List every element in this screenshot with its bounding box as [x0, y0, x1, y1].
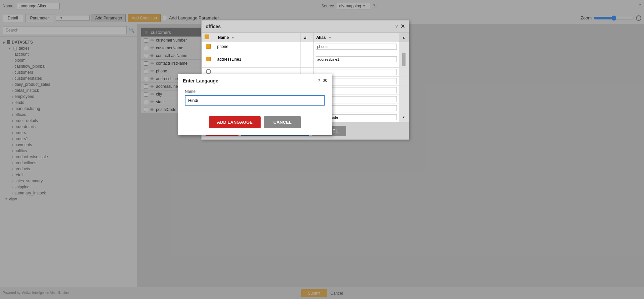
lang-name-label: Name — [185, 89, 325, 94]
header-checkbox-orange — [205, 35, 209, 39]
scroll-area-3 — [399, 68, 409, 77]
checkbox-addressLine1-orange[interactable] — [206, 57, 211, 61]
cell-checkbox-phone — [202, 42, 215, 51]
col-header-name: Name ▼ — [215, 33, 301, 42]
name-col-label: Name — [218, 35, 229, 40]
table-row-phone: phone — [202, 42, 409, 51]
scroll-area-8: ▼ — [399, 113, 409, 122]
scroll-area-6 — [399, 95, 409, 104]
table-row-addressLine1: addressLine1 — [202, 51, 409, 68]
offices-dialog-actions: ? ✕ — [395, 23, 405, 29]
offices-help-icon[interactable]: ? — [395, 24, 398, 29]
cell-alias-addressLine1 — [313, 51, 399, 68]
filter-icon: ⊿ — [303, 35, 307, 40]
col-header-scroll: ▲ — [399, 33, 409, 42]
alias-input-addressLine1[interactable] — [316, 56, 397, 62]
offices-dialog-title: offices — [206, 24, 221, 29]
lang-dialog-header: Enter Langauge ? ✕ — [178, 74, 332, 86]
name-sort-icon: ▼ — [231, 36, 235, 40]
cell-checkbox-addressLine1 — [202, 51, 215, 68]
offices-close-icon[interactable]: ✕ — [400, 23, 405, 29]
col-header-filter: ⊿ — [301, 33, 313, 42]
cell-filter-phone — [301, 42, 313, 51]
lang-dialog-actions: ? ✕ — [318, 77, 327, 84]
lang-dialog-cancel-btn[interactable]: CANCEL — [264, 116, 301, 128]
alias-col-label: Alias — [316, 35, 326, 40]
scroll-area-4 — [399, 77, 409, 86]
cell-alias-phone — [313, 42, 399, 51]
lang-dialog-footer: ADD LANGAUGE CANCEL — [178, 112, 332, 135]
scroll-thumb — [402, 53, 406, 66]
offices-dialog-titlebar: offices ? ✕ — [202, 20, 409, 33]
scroll-area-2 — [399, 51, 409, 68]
add-language-btn[interactable]: ADD LANGAUGE — [209, 116, 261, 128]
checkbox-phone-orange[interactable] — [206, 44, 211, 49]
scroll-down-btn[interactable]: ▼ — [401, 116, 407, 119]
col-header-checkbox — [202, 33, 215, 42]
col-header-alias: Alias ▼ — [313, 33, 399, 42]
scroll-up-btn[interactable]: ▲ — [399, 36, 409, 39]
lang-dialog-body: Name — [178, 86, 332, 112]
scroll-area-7 — [399, 104, 409, 113]
lang-dialog-close-icon[interactable]: ✕ — [323, 77, 327, 84]
alias-sort-icon: ▼ — [328, 36, 332, 40]
lang-name-input[interactable] — [185, 95, 325, 106]
alias-input-phone[interactable] — [316, 44, 397, 50]
lang-dialog-title: Enter Langauge — [183, 78, 218, 83]
scroll-area-1 — [399, 42, 409, 51]
lang-dialog-help-icon[interactable]: ? — [318, 78, 320, 83]
cell-filter-addressLine1 — [301, 51, 313, 68]
enter-language-dialog: Enter Langauge ? ✕ Name ADD LANGAUGE CAN… — [178, 74, 332, 135]
cell-name-phone: phone — [215, 42, 301, 51]
checkbox-empty1[interactable] — [206, 69, 211, 74]
scroll-area-5 — [399, 86, 409, 95]
cell-name-addressLine1: addressLine1 — [215, 51, 301, 68]
